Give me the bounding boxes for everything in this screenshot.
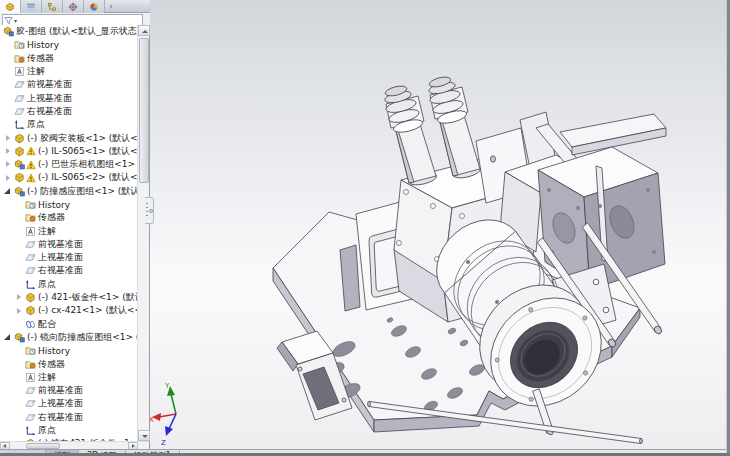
fm-tab-configuration-manager[interactable] [42,0,63,13]
expand-arrow-icon[interactable] [4,174,12,183]
collapse-arrow-icon[interactable] [4,333,12,342]
tree-row[interactable]: (-) 镜向防撞感应图组<1> (默认< [0,331,137,344]
tree-item-label: (-) 巴世乐相机图组<1> (默认 [38,158,137,171]
tree-row[interactable]: 上视基准面 [0,397,137,410]
tree-row[interactable]: (-) 巴世乐相机图组<1> (默认 [0,158,137,171]
tree-item-label: (-) IL-S065<2> (默认<<默认 [38,171,137,184]
tree-row[interactable]: 右视基准面 [0,411,137,424]
plane-icon [25,385,36,396]
tree-row[interactable]: (-) 421-钣金件<1> (默认<< [0,291,137,304]
tree-row[interactable]: (-) cx-421<1> (默认<<默认 [0,304,137,317]
tree-item-label: (-) 镜向防撞感应图组<1> (默认< [27,331,137,344]
fm-tab-display-manager[interactable] [84,0,105,13]
tree-item-label: 前视基准面 [38,384,83,397]
panel-splitter-handle[interactable] [145,197,154,224]
filter-funnel-icon[interactable] [4,16,13,25]
part-icon [25,292,36,303]
tree-item-label: 原点 [38,424,56,437]
tree-row[interactable]: 注解 [0,371,137,384]
plane-icon [14,93,25,104]
featuremanager-tab-bar: › [0,0,150,13]
assembly-icon [3,26,14,37]
tree-item-label: History [38,200,70,210]
graphics-viewport[interactable]: X Y Z [150,0,727,453]
expand-arrow-icon[interactable] [4,147,12,156]
triad-z-label: Z [161,439,166,447]
tree-row[interactable]: 配合 [0,318,137,331]
fm-tab-overflow-chevron[interactable]: › [105,0,117,13]
plane-icon [25,398,36,409]
assembly-icon [14,186,25,197]
warning-icon [26,146,36,156]
tree-row[interactable]: (-) 胶阀安装板<1> (默认<<默认 [0,131,137,144]
tree-item-label: 注解 [38,371,56,384]
triad-y-label: Y [164,382,170,390]
tree-row[interactable]: (-) IL-S065<1> (默认<<默认 [0,145,137,158]
collapse-arrow-icon[interactable] [4,187,12,196]
cad-model[interactable]: X Y Z [150,0,727,453]
tab-dimxpert-icon [68,2,78,12]
annotations-icon [25,226,36,237]
history-icon [14,39,25,50]
sensors-icon [25,359,36,370]
scroll-up-button[interactable] [138,25,150,36]
tab-config-icon [47,2,57,12]
fm-tab-dimxpert-manager[interactable] [63,0,84,13]
plane-icon [25,252,36,263]
tree-row[interactable]: 原点 [0,278,137,291]
tree-vertical-scrollbar[interactable] [137,25,149,441]
tree-row[interactable]: 胶-图组 (默认<默认_显示状态-1>) [0,25,137,38]
tree-row[interactable]: (-) IL-S065<2> (默认<<默认 [0,171,137,184]
tree-item-label: 前视基准面 [27,78,72,91]
tree-item-label: 原点 [27,118,45,131]
plane-icon [25,265,36,276]
expand-arrow-icon[interactable] [15,307,23,316]
mates-icon [25,319,36,330]
expand-arrow-icon[interactable] [4,134,12,143]
tab-properties-icon [26,2,36,12]
tree-row[interactable]: History [0,344,137,357]
tree-row[interactable]: 前视基准面 [0,238,137,251]
vertical-scroll-thumb[interactable] [139,38,149,183]
tree-row[interactable]: 前视基准面 [0,384,137,397]
tree-row[interactable]: 注解 [0,65,137,78]
plane-icon [25,412,36,423]
tree-item-label: History [38,346,70,356]
model-cable-connectors[interactable] [384,75,482,187]
tree-item-label: (-) 防撞感应图组<1> (默认<默认 [27,185,137,198]
tree-row[interactable]: 传感器 [0,357,137,370]
tree-item-label: 注解 [27,65,45,78]
origin-icon [25,425,36,436]
expand-arrow-icon[interactable] [4,160,12,169]
tree-item-label: 右视基准面 [38,264,83,277]
feature-tree: 胶-图组 (默认<默认_显示状态-1>)History传感器注解前视基准面上视基… [0,25,137,442]
tree-row[interactable]: 上视基准面 [0,91,137,104]
tree-row[interactable]: 传感器 [0,52,137,65]
tree-item-label: 右视基准面 [27,105,72,118]
expand-arrow-icon[interactable] [15,293,23,302]
sensors-icon [14,53,25,64]
tree-row[interactable]: History [0,38,137,51]
tree-row[interactable]: 右视基准面 [0,105,137,118]
fm-tab-featuremanager-design-tree[interactable] [0,0,21,13]
tree-row[interactable]: 传感器 [0,211,137,224]
part-icon [14,133,25,144]
scroll-down-button[interactable] [138,430,150,441]
viewport-triad[interactable]: X Y Z [150,382,176,447]
tree-row[interactable]: 前视基准面 [0,78,137,91]
tree-row[interactable]: History [0,198,137,211]
tree-row[interactable]: 右视基准面 [0,264,137,277]
tree-row[interactable]: 原点 [0,118,137,131]
tree-item-label: 注解 [38,225,56,238]
tree-item-label: 原点 [38,278,56,291]
tree-item-label: 上视基准面 [27,92,72,105]
fm-tab-property-manager[interactable] [21,0,42,13]
tree-row[interactable]: 原点 [0,424,137,437]
tree-filter-input[interactable] [17,15,142,25]
sensors-icon [25,212,36,223]
plane-icon [25,239,36,250]
tree-row[interactable]: 上视基准面 [0,251,137,264]
tree-item-label: 传感器 [38,358,65,371]
tree-row[interactable]: (-) 防撞感应图组<1> (默认<默认 [0,185,137,198]
tree-row[interactable]: 注解 [0,224,137,237]
